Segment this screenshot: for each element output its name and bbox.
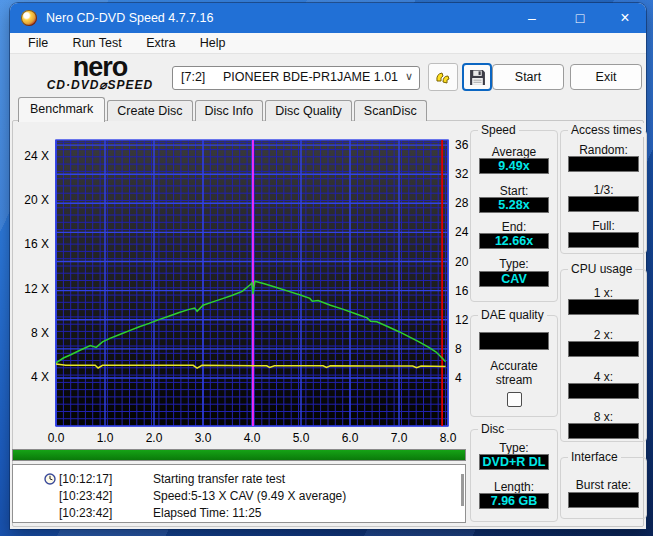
menu-run-test[interactable]: Run Test xyxy=(63,33,132,53)
accurate-stream-checkbox[interactable] xyxy=(507,392,522,407)
access-times-title: Access times xyxy=(568,123,645,137)
access-third-label: 1/3: xyxy=(561,183,646,197)
svg-text:16 X: 16 X xyxy=(24,237,49,251)
svg-text:12 X: 12 X xyxy=(24,282,49,296)
accurate-stream-label-2: stream xyxy=(471,373,557,387)
svg-text:36: 36 xyxy=(455,138,469,152)
nero-logo: nero CD·DVD⌀SPEED xyxy=(28,55,172,92)
progress-bar xyxy=(12,449,466,461)
tab-disc-quality[interactable]: Disc Quality xyxy=(265,100,352,121)
menu-extra[interactable]: Extra xyxy=(136,33,185,53)
log-time: [10:12:17] xyxy=(59,472,112,486)
disc-length-label: Length: xyxy=(471,480,557,494)
menu-file[interactable]: File xyxy=(18,33,58,53)
log-text: Starting transfer rate test xyxy=(153,472,285,486)
speed-end-value: 12.66x xyxy=(479,233,549,249)
speed-type-value: CAV xyxy=(479,271,549,287)
tab-scandisc[interactable]: ScanDisc xyxy=(354,100,427,121)
svg-text:2.0: 2.0 xyxy=(146,431,163,445)
access-full-value xyxy=(568,232,639,248)
log-entry: [10:23:42] Speed:5-13 X CAV (9.49 X aver… xyxy=(13,488,465,504)
disc-type-label: Type: xyxy=(471,441,557,455)
svg-text:4.0: 4.0 xyxy=(244,431,261,445)
svg-text:7.0: 7.0 xyxy=(391,431,408,445)
cpu-usage-groupbox: CPU usage 1 x: 2 x: 4 x: 8 x: xyxy=(560,269,647,442)
speed-start-label: Start: xyxy=(471,184,557,198)
cpu-8x-label: 8 x: xyxy=(561,410,646,424)
chevron-down-icon[interactable]: ∨ xyxy=(405,70,413,83)
tab-create-disc[interactable]: Create Disc xyxy=(107,100,192,121)
svg-text:24 X: 24 X xyxy=(24,149,49,163)
svg-text:24: 24 xyxy=(455,225,469,239)
cpu-2x-value xyxy=(568,341,639,357)
accurate-stream-label-1: Accurate xyxy=(471,359,557,373)
interface-groupbox: Interface Burst rate: xyxy=(560,457,647,519)
log-scrollbar-thumb[interactable] xyxy=(461,474,464,506)
disc-type-value: DVD+R DL xyxy=(479,454,549,470)
svg-text:1.0: 1.0 xyxy=(97,431,114,445)
svg-text:5.0: 5.0 xyxy=(293,431,310,445)
svg-text:8.0: 8.0 xyxy=(440,431,457,445)
cpu-8x-value xyxy=(568,423,639,439)
toolbar: nero CD·DVD⌀SPEED [7:2] PIONEER BDE-PR1J… xyxy=(10,55,646,96)
start-button[interactable]: Start xyxy=(492,64,564,90)
log-text: Speed:5-13 X CAV (9.49 X average) xyxy=(153,489,346,503)
window-title: Nero CD-DVD Speed 4.7.7.16 xyxy=(46,3,213,33)
svg-text:0.0: 0.0 xyxy=(48,431,65,445)
dae-quality-value xyxy=(479,332,549,350)
burst-rate-value xyxy=(568,492,639,508)
drive-name: PIONEER BDE-PR1JAME 1.01 xyxy=(223,70,398,84)
eject-icon xyxy=(434,68,452,86)
log-time: [10:23:42] xyxy=(59,489,112,503)
minimize-button[interactable]: – xyxy=(510,3,554,33)
log-entry: [10:23:42] Elapsed Time: 11:25 xyxy=(13,505,465,521)
access-full-label: Full: xyxy=(561,219,646,233)
svg-text:12: 12 xyxy=(455,313,469,327)
svg-text:20 X: 20 X xyxy=(24,193,49,207)
maximize-button[interactable]: □ xyxy=(558,3,602,33)
dae-quality-groupbox: DAE quality Accurate stream xyxy=(470,315,558,417)
speed-average-value: 9.49x xyxy=(479,158,549,174)
svg-text:6.0: 6.0 xyxy=(342,431,359,445)
benchmark-chart: 0.01.02.03.04.05.06.07.08.04812162024283… xyxy=(10,119,470,449)
burst-rate-label: Burst rate: xyxy=(561,478,646,492)
menu-bar: File Run Test Extra Help xyxy=(10,33,646,54)
speed-end-label: End: xyxy=(471,220,557,234)
access-random-label: Random: xyxy=(561,143,646,157)
speed-start-value: 5.28x xyxy=(479,197,549,213)
disc-group-title: Disc xyxy=(478,422,507,436)
svg-text:3.0: 3.0 xyxy=(195,431,212,445)
access-times-groupbox: Access times Random: 1/3: Full: xyxy=(560,130,647,254)
app-window: Nero CD-DVD Speed 4.7.7.16 – □ × File Ru… xyxy=(10,3,646,529)
exit-button[interactable]: Exit xyxy=(570,64,642,90)
speed-groupbox: Speed Average 9.49x Start: 5.28x End: 12… xyxy=(470,130,558,302)
svg-text:28: 28 xyxy=(455,196,469,210)
save-floppy-icon xyxy=(469,69,486,86)
svg-text:16: 16 xyxy=(455,284,469,298)
speed-average-label: Average xyxy=(471,145,557,159)
access-third-value xyxy=(568,196,639,212)
save-button[interactable] xyxy=(462,63,492,91)
log-panel[interactable]: [10:12:17] Starting transfer rate test [… xyxy=(12,464,466,523)
dae-quality-title: DAE quality xyxy=(478,308,547,322)
disc-length-value: 7.96 GB xyxy=(479,493,549,509)
drive-id: [7:2] xyxy=(181,70,205,84)
log-text: Elapsed Time: 11:25 xyxy=(153,506,262,520)
tab-strip: Benchmark Create Disc Disc Info Disc Qua… xyxy=(18,98,429,121)
nero-logo-wordmark: nero xyxy=(28,55,172,79)
drive-select[interactable]: [7:2] PIONEER BDE-PR1JAME 1.01 ∨ xyxy=(172,66,420,90)
close-button[interactable]: × xyxy=(606,3,644,33)
svg-text:20: 20 xyxy=(455,255,469,269)
desktop-wallpaper: Nero CD-DVD Speed 4.7.7.16 – □ × File Ru… xyxy=(0,0,653,536)
clock-icon xyxy=(44,473,56,485)
svg-text:8 X: 8 X xyxy=(31,326,49,340)
menu-help[interactable]: Help xyxy=(190,33,236,53)
speed-type-label: Type: xyxy=(471,257,557,271)
svg-text:4: 4 xyxy=(455,371,462,385)
tab-disc-info[interactable]: Disc Info xyxy=(195,100,264,121)
nero-logo-subtitle: CD·DVD⌀SPEED xyxy=(28,79,172,92)
log-time: [10:23:42] xyxy=(59,506,112,520)
speed-group-title: Speed xyxy=(478,123,519,137)
eject-button[interactable] xyxy=(428,63,458,91)
svg-text:8: 8 xyxy=(455,342,462,356)
